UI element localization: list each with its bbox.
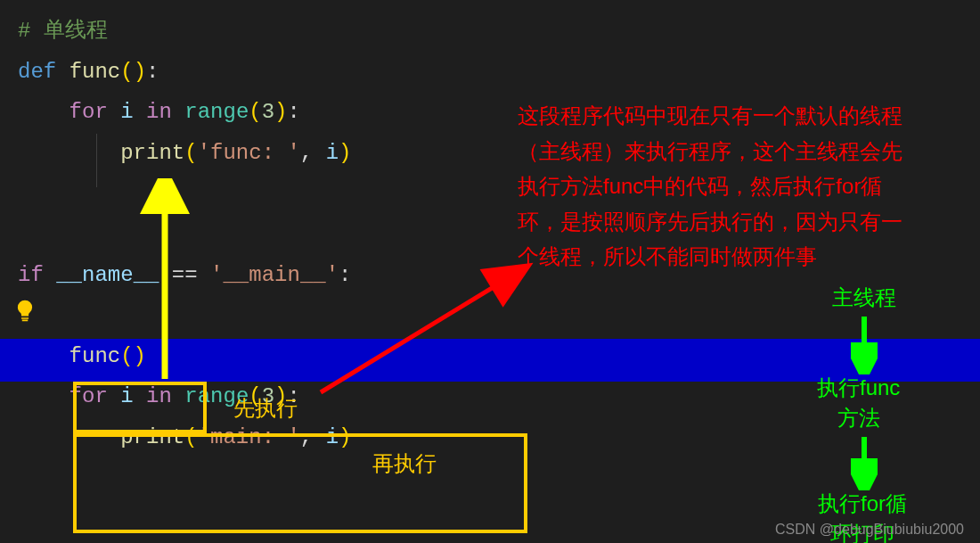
green2a: 执行func — [817, 375, 900, 399]
watermark-text: CSDN @debugBiubiubiu2000 — [775, 522, 964, 538]
red-arrow-icon — [307, 259, 539, 401]
code-line-1[interactable]: # 单线程 — [18, 11, 980, 52]
var-i: i — [326, 141, 339, 165]
green-arrow-1-icon — [851, 312, 878, 374]
colon: : — [146, 60, 159, 84]
function-name: func — [69, 60, 121, 84]
yellow-arrow-icon — [138, 178, 192, 383]
keyword-if: if — [18, 263, 44, 287]
highlight-box-2 — [73, 433, 527, 533]
yellow-label-2: 再执行 — [372, 449, 437, 478]
num-3: 3 — [262, 100, 274, 124]
highlight-box-1 — [73, 382, 207, 433]
builtin-range: range — [184, 100, 249, 124]
green-arrow-2-icon — [851, 432, 878, 490]
green3a: 执行for循 — [818, 491, 907, 515]
keyword-def: def — [18, 60, 56, 84]
green-label-1: 主线程 — [832, 284, 896, 312]
red-line-2: （主线程）来执行程序，这个主线程会先 — [518, 134, 954, 169]
string-func: 'func: ' — [198, 141, 300, 165]
green-label-2: 执行func 方法 — [817, 373, 900, 432]
comment-text: # 单线程 — [18, 19, 108, 43]
red-line-5: 个线程，所以不能同时做两件事 — [518, 239, 954, 275]
func-call: func — [69, 344, 121, 368]
red-annotation-text: 这段程序代码中现在只有一个默认的线程 （主线程）来执行程序，这个主线程会先 执行… — [518, 98, 954, 275]
green2b: 方法 — [837, 406, 880, 430]
code-line-2[interactable]: def func(): — [18, 52, 980, 93]
svg-line-3 — [321, 267, 526, 392]
keyword-in: in — [146, 100, 172, 124]
builtin-print: print — [120, 141, 184, 165]
var-i: i — [120, 100, 133, 124]
red-line-4: 环，是按照顺序先后执行的，因为只有一 — [518, 204, 954, 240]
red-line-1: 这段程序代码中现在只有一个默认的线程 — [518, 98, 954, 134]
parens: () — [120, 60, 146, 84]
red-line-3: 执行方法func中的代码，然后执行for循 — [518, 169, 954, 204]
keyword-for: for — [69, 100, 108, 124]
yellow-label-1: 先执行 — [233, 394, 298, 423]
lightbulb-icon[interactable] — [13, 299, 37, 322]
